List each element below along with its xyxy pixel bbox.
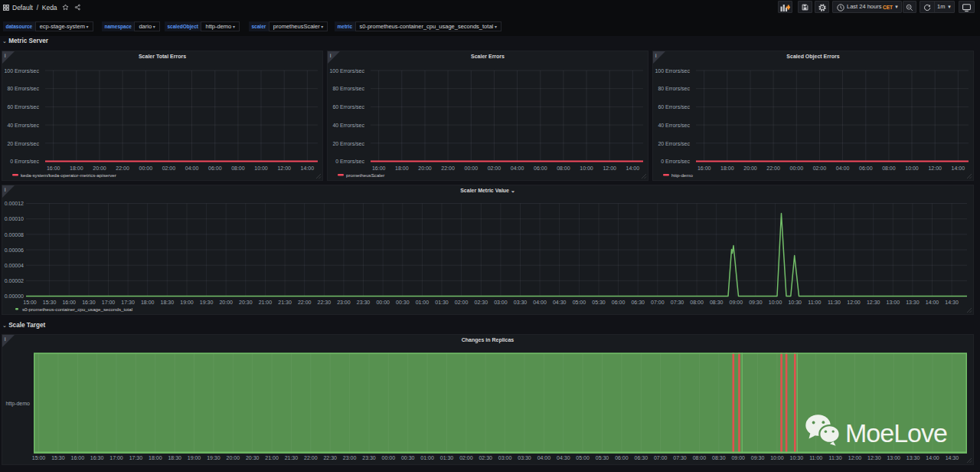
svg-text:12:00: 12:00 bbox=[928, 166, 942, 171]
svg-text:02:00: 02:00 bbox=[488, 166, 501, 171]
svg-text:06:00: 06:00 bbox=[534, 166, 547, 171]
svg-text:19:30: 19:30 bbox=[200, 300, 214, 305]
svg-text:10:30: 10:30 bbox=[788, 300, 802, 305]
svg-text:02:00: 02:00 bbox=[455, 300, 469, 305]
svg-text:22:30: 22:30 bbox=[323, 455, 337, 461]
svg-text:20:30: 20:30 bbox=[239, 300, 253, 305]
svg-text:07:00: 07:00 bbox=[651, 300, 665, 305]
svg-text:17:30: 17:30 bbox=[121, 300, 135, 305]
svg-text:100 Errors/sec: 100 Errors/sec bbox=[329, 68, 364, 74]
svg-text:12:00: 12:00 bbox=[847, 300, 861, 305]
svg-text:60 Errors/sec: 60 Errors/sec bbox=[7, 104, 39, 110]
svg-text:03:00: 03:00 bbox=[498, 455, 512, 461]
svg-text:09:30: 09:30 bbox=[751, 455, 765, 461]
svg-text:08:30: 08:30 bbox=[712, 455, 726, 461]
svg-text:i: i bbox=[655, 53, 656, 58]
svg-text:13:00: 13:00 bbox=[887, 455, 900, 461]
svg-text:16:00: 16:00 bbox=[62, 300, 76, 305]
svg-text:MoeLove: MoeLove bbox=[845, 418, 947, 447]
svg-text:00:30: 00:30 bbox=[396, 300, 410, 305]
svg-text:21:30: 21:30 bbox=[278, 300, 292, 305]
svg-text:23:30: 23:30 bbox=[362, 455, 376, 461]
svg-text:00:00: 00:00 bbox=[376, 300, 390, 305]
svg-text:01:30: 01:30 bbox=[440, 455, 454, 461]
svg-text:04:00: 04:00 bbox=[533, 300, 547, 305]
svg-text:20:00: 20:00 bbox=[93, 166, 106, 171]
svg-text:21:00: 21:00 bbox=[265, 455, 279, 461]
svg-text:0.00002: 0.00002 bbox=[5, 278, 24, 284]
svg-text:13:00: 13:00 bbox=[887, 300, 900, 305]
svg-text:05:30: 05:30 bbox=[596, 455, 609, 461]
svg-text:01:00: 01:00 bbox=[416, 300, 430, 305]
svg-text:20 Errors/sec: 20 Errors/sec bbox=[658, 141, 690, 146]
svg-text:00:00: 00:00 bbox=[465, 166, 479, 171]
svg-text:00:00: 00:00 bbox=[382, 455, 396, 461]
svg-text:04:00: 04:00 bbox=[185, 166, 199, 171]
svg-text:16:00: 16:00 bbox=[47, 166, 60, 171]
svg-text:17:30: 17:30 bbox=[129, 455, 143, 461]
svg-text:0.00010: 0.00010 bbox=[5, 216, 24, 221]
svg-text:08:30: 08:30 bbox=[710, 300, 724, 305]
svg-text:19:30: 19:30 bbox=[207, 455, 220, 461]
svg-text:02:00: 02:00 bbox=[459, 455, 473, 461]
svg-text:80 Errors/sec: 80 Errors/sec bbox=[332, 86, 364, 91]
svg-text:08:00: 08:00 bbox=[557, 166, 570, 171]
svg-text:15:30: 15:30 bbox=[43, 300, 57, 305]
svg-text:0 Errors/sec: 0 Errors/sec bbox=[335, 159, 364, 164]
svg-text:0.00000: 0.00000 bbox=[5, 293, 24, 299]
svg-text:14:30: 14:30 bbox=[945, 300, 959, 305]
svg-text:12:00: 12:00 bbox=[603, 166, 616, 171]
svg-text:07:30: 07:30 bbox=[673, 455, 687, 461]
svg-text:09:30: 09:30 bbox=[749, 300, 763, 305]
svg-text:05:00: 05:00 bbox=[573, 300, 586, 305]
svg-text:40 Errors/sec: 40 Errors/sec bbox=[332, 123, 364, 128]
svg-text:14:00: 14:00 bbox=[626, 166, 640, 171]
svg-text:http-demo: http-demo bbox=[5, 401, 30, 407]
svg-text:04:00: 04:00 bbox=[836, 166, 850, 171]
svg-text:21:30: 21:30 bbox=[285, 455, 299, 461]
svg-text:09:00: 09:00 bbox=[731, 455, 745, 461]
svg-text:10:00: 10:00 bbox=[580, 166, 593, 171]
svg-text:04:00: 04:00 bbox=[537, 455, 551, 461]
svg-text:16:00: 16:00 bbox=[71, 455, 85, 461]
svg-text:02:00: 02:00 bbox=[813, 166, 827, 171]
svg-text:13:30: 13:30 bbox=[906, 455, 920, 461]
svg-text:40 Errors/sec: 40 Errors/sec bbox=[658, 123, 690, 128]
svg-text:06:00: 06:00 bbox=[612, 300, 626, 305]
svg-text:17:00: 17:00 bbox=[109, 455, 123, 461]
svg-text:18:00: 18:00 bbox=[720, 166, 734, 171]
svg-text:11:00: 11:00 bbox=[808, 300, 821, 305]
svg-text:18:00: 18:00 bbox=[395, 166, 409, 171]
svg-text:22:30: 22:30 bbox=[318, 300, 332, 305]
svg-text:19:00: 19:00 bbox=[188, 455, 201, 461]
svg-text:http-demo: http-demo bbox=[671, 172, 693, 178]
svg-text:80 Errors/sec: 80 Errors/sec bbox=[658, 86, 690, 91]
svg-text:i: i bbox=[5, 53, 5, 58]
svg-text:10:00: 10:00 bbox=[905, 166, 919, 171]
svg-text:i: i bbox=[330, 53, 331, 58]
svg-text:08:00: 08:00 bbox=[882, 166, 896, 171]
svg-text:16:00: 16:00 bbox=[697, 166, 711, 171]
svg-text:100 Errors/sec: 100 Errors/sec bbox=[4, 68, 39, 74]
svg-text:18:30: 18:30 bbox=[161, 300, 175, 305]
svg-text:18:30: 18:30 bbox=[168, 455, 181, 461]
svg-text:22:00: 22:00 bbox=[441, 166, 455, 171]
svg-text:20:00: 20:00 bbox=[219, 300, 233, 305]
svg-text:07:00: 07:00 bbox=[654, 455, 668, 461]
svg-text:0.00012: 0.00012 bbox=[5, 201, 24, 206]
svg-text:0.00004: 0.00004 bbox=[5, 263, 24, 268]
svg-text:60 Errors/sec: 60 Errors/sec bbox=[658, 104, 690, 110]
svg-text:00:30: 00:30 bbox=[401, 455, 415, 461]
svg-text:20:30: 20:30 bbox=[246, 455, 260, 461]
svg-text:22:00: 22:00 bbox=[116, 166, 129, 171]
svg-text:08:00: 08:00 bbox=[231, 166, 245, 171]
svg-text:02:30: 02:30 bbox=[479, 455, 492, 461]
svg-text:12:00: 12:00 bbox=[277, 166, 291, 171]
svg-text:16:30: 16:30 bbox=[90, 455, 104, 461]
svg-text:01:00: 01:00 bbox=[420, 455, 434, 461]
svg-text:02:30: 02:30 bbox=[475, 300, 488, 305]
svg-text:10:00: 10:00 bbox=[254, 166, 268, 171]
svg-text:23:00: 23:00 bbox=[337, 300, 351, 305]
svg-text:19:00: 19:00 bbox=[180, 300, 194, 305]
svg-text:keda-system/keda-operator-metr: keda-system/keda-operator-metrics-apiser… bbox=[21, 172, 116, 178]
